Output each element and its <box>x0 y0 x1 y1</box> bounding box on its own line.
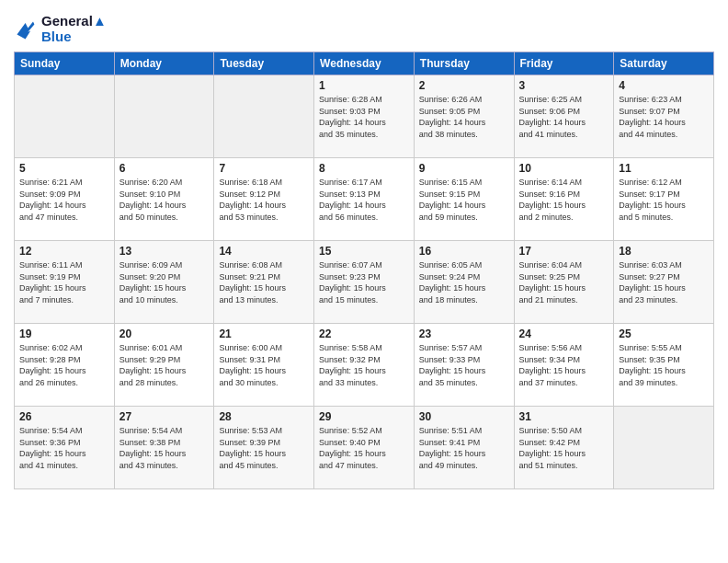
day-info: Sunrise: 6:15 AM Sunset: 9:15 PM Dayligh… <box>419 177 509 223</box>
day-number: 31 <box>519 410 609 423</box>
day-cell: 4Sunrise: 6:23 AM Sunset: 9:07 PM Daylig… <box>614 75 714 158</box>
day-cell <box>614 407 714 489</box>
day-info: Sunrise: 5:54 AM Sunset: 9:36 PM Dayligh… <box>19 425 109 471</box>
day-info: Sunrise: 5:50 AM Sunset: 9:42 PM Dayligh… <box>519 425 609 471</box>
day-info: Sunrise: 6:05 AM Sunset: 9:24 PM Dayligh… <box>419 259 509 305</box>
day-number: 13 <box>119 245 210 258</box>
day-cell <box>214 75 314 158</box>
col-monday: Monday <box>114 52 214 75</box>
day-cell: 1Sunrise: 6:28 AM Sunset: 9:03 PM Daylig… <box>314 75 415 158</box>
day-cell: 11Sunrise: 6:12 AM Sunset: 9:17 PM Dayli… <box>614 158 714 241</box>
day-cell: 2Sunrise: 6:26 AM Sunset: 9:05 PM Daylig… <box>414 75 514 158</box>
day-cell: 10Sunrise: 6:14 AM Sunset: 9:16 PM Dayli… <box>514 158 614 241</box>
day-number: 14 <box>219 245 309 258</box>
day-number: 11 <box>619 162 709 175</box>
day-info: Sunrise: 5:51 AM Sunset: 9:41 PM Dayligh… <box>419 425 509 471</box>
day-info: Sunrise: 5:54 AM Sunset: 9:38 PM Dayligh… <box>119 425 210 471</box>
day-cell <box>114 75 214 158</box>
day-number: 27 <box>119 410 210 423</box>
day-cell: 13Sunrise: 6:09 AM Sunset: 9:20 PM Dayli… <box>114 241 214 324</box>
day-info: Sunrise: 5:57 AM Sunset: 9:33 PM Dayligh… <box>419 342 509 388</box>
day-info: Sunrise: 6:02 AM Sunset: 9:28 PM Dayligh… <box>19 342 109 388</box>
day-number: 17 <box>519 245 609 258</box>
day-number: 19 <box>19 327 109 340</box>
day-number: 4 <box>619 79 709 92</box>
day-cell: 21Sunrise: 6:00 AM Sunset: 9:31 PM Dayli… <box>214 324 314 407</box>
col-wednesday: Wednesday <box>314 52 415 75</box>
day-info: Sunrise: 6:23 AM Sunset: 9:07 PM Dayligh… <box>619 94 709 140</box>
day-info: Sunrise: 5:52 AM Sunset: 9:40 PM Dayligh… <box>319 425 409 471</box>
day-number: 10 <box>519 162 609 175</box>
day-info: Sunrise: 6:04 AM Sunset: 9:25 PM Dayligh… <box>519 259 609 305</box>
day-cell: 31Sunrise: 5:50 AM Sunset: 9:42 PM Dayli… <box>514 407 614 489</box>
day-info: Sunrise: 6:08 AM Sunset: 9:21 PM Dayligh… <box>219 259 309 305</box>
day-number: 23 <box>419 327 509 340</box>
day-number: 26 <box>19 410 109 423</box>
day-number: 8 <box>319 162 409 175</box>
day-info: Sunrise: 6:28 AM Sunset: 9:03 PM Dayligh… <box>319 94 409 140</box>
day-number: 1 <box>319 79 409 92</box>
day-info: Sunrise: 6:09 AM Sunset: 9:20 PM Dayligh… <box>119 259 210 305</box>
day-info: Sunrise: 6:01 AM Sunset: 9:29 PM Dayligh… <box>119 342 210 388</box>
day-info: Sunrise: 6:12 AM Sunset: 9:17 PM Dayligh… <box>619 177 709 223</box>
day-number: 9 <box>419 162 509 175</box>
day-cell: 22Sunrise: 5:58 AM Sunset: 9:32 PM Dayli… <box>314 324 415 407</box>
day-info: Sunrise: 6:14 AM Sunset: 9:16 PM Dayligh… <box>519 177 609 223</box>
day-cell: 6Sunrise: 6:20 AM Sunset: 9:10 PM Daylig… <box>114 158 214 241</box>
day-number: 24 <box>519 327 609 340</box>
day-info: Sunrise: 6:11 AM Sunset: 9:19 PM Dayligh… <box>19 259 109 305</box>
day-number: 28 <box>219 410 309 423</box>
week-row-2: 5Sunrise: 6:21 AM Sunset: 9:09 PM Daylig… <box>15 158 714 241</box>
week-row-4: 19Sunrise: 6:02 AM Sunset: 9:28 PM Dayli… <box>15 324 714 407</box>
day-number: 12 <box>19 245 109 258</box>
logo: General▲ Blue <box>14 14 107 44</box>
day-number: 6 <box>119 162 210 175</box>
day-cell: 25Sunrise: 5:55 AM Sunset: 9:35 PM Dayli… <box>614 324 714 407</box>
day-cell: 20Sunrise: 6:01 AM Sunset: 9:29 PM Dayli… <box>114 324 214 407</box>
day-cell: 5Sunrise: 6:21 AM Sunset: 9:09 PM Daylig… <box>15 158 115 241</box>
day-number: 29 <box>319 410 409 423</box>
logo-text: General▲ Blue <box>41 14 107 44</box>
day-cell: 17Sunrise: 6:04 AM Sunset: 9:25 PM Dayli… <box>514 241 614 324</box>
day-info: Sunrise: 5:53 AM Sunset: 9:39 PM Dayligh… <box>219 425 309 471</box>
day-number: 20 <box>119 327 210 340</box>
col-tuesday: Tuesday <box>214 52 314 75</box>
day-cell: 7Sunrise: 6:18 AM Sunset: 9:12 PM Daylig… <box>214 158 314 241</box>
day-number: 21 <box>219 327 309 340</box>
day-number: 18 <box>619 245 709 258</box>
logo-icon <box>14 17 40 42</box>
header: General▲ Blue <box>14 9 714 44</box>
week-row-5: 26Sunrise: 5:54 AM Sunset: 9:36 PM Dayli… <box>15 407 714 489</box>
week-row-3: 12Sunrise: 6:11 AM Sunset: 9:19 PM Dayli… <box>15 241 714 324</box>
col-saturday: Saturday <box>614 52 714 75</box>
day-info: Sunrise: 6:25 AM Sunset: 9:06 PM Dayligh… <box>519 94 609 140</box>
header-row: Sunday Monday Tuesday Wednesday Thursday… <box>15 52 714 75</box>
day-cell: 30Sunrise: 5:51 AM Sunset: 9:41 PM Dayli… <box>414 407 514 489</box>
day-info: Sunrise: 6:20 AM Sunset: 9:10 PM Dayligh… <box>119 177 210 223</box>
col-friday: Friday <box>514 52 614 75</box>
day-number: 15 <box>319 245 409 258</box>
day-cell: 19Sunrise: 6:02 AM Sunset: 9:28 PM Dayli… <box>15 324 115 407</box>
day-cell: 26Sunrise: 5:54 AM Sunset: 9:36 PM Dayli… <box>15 407 115 489</box>
day-info: Sunrise: 5:55 AM Sunset: 9:35 PM Dayligh… <box>619 342 709 388</box>
day-cell: 29Sunrise: 5:52 AM Sunset: 9:40 PM Dayli… <box>314 407 415 489</box>
day-cell: 9Sunrise: 6:15 AM Sunset: 9:15 PM Daylig… <box>414 158 514 241</box>
day-info: Sunrise: 6:07 AM Sunset: 9:23 PM Dayligh… <box>319 259 409 305</box>
day-cell: 12Sunrise: 6:11 AM Sunset: 9:19 PM Dayli… <box>15 241 115 324</box>
day-cell: 23Sunrise: 5:57 AM Sunset: 9:33 PM Dayli… <box>414 324 514 407</box>
day-cell: 27Sunrise: 5:54 AM Sunset: 9:38 PM Dayli… <box>114 407 214 489</box>
week-row-1: 1Sunrise: 6:28 AM Sunset: 9:03 PM Daylig… <box>15 75 714 158</box>
calendar-header: Sunday Monday Tuesday Wednesday Thursday… <box>15 52 714 75</box>
day-cell: 24Sunrise: 5:56 AM Sunset: 9:34 PM Dayli… <box>514 324 614 407</box>
day-info: Sunrise: 5:56 AM Sunset: 9:34 PM Dayligh… <box>519 342 609 388</box>
day-cell: 14Sunrise: 6:08 AM Sunset: 9:21 PM Dayli… <box>214 241 314 324</box>
day-info: Sunrise: 6:17 AM Sunset: 9:13 PM Dayligh… <box>319 177 409 223</box>
day-cell: 28Sunrise: 5:53 AM Sunset: 9:39 PM Dayli… <box>214 407 314 489</box>
day-info: Sunrise: 6:21 AM Sunset: 9:09 PM Dayligh… <box>19 177 109 223</box>
day-cell: 3Sunrise: 6:25 AM Sunset: 9:06 PM Daylig… <box>514 75 614 158</box>
calendar-page: General▲ Blue Sunday Monday Tuesday Wedn… <box>0 0 728 563</box>
calendar-body: 1Sunrise: 6:28 AM Sunset: 9:03 PM Daylig… <box>15 75 714 489</box>
day-cell: 15Sunrise: 6:07 AM Sunset: 9:23 PM Dayli… <box>314 241 415 324</box>
day-number: 25 <box>619 327 709 340</box>
day-info: Sunrise: 6:00 AM Sunset: 9:31 PM Dayligh… <box>219 342 309 388</box>
